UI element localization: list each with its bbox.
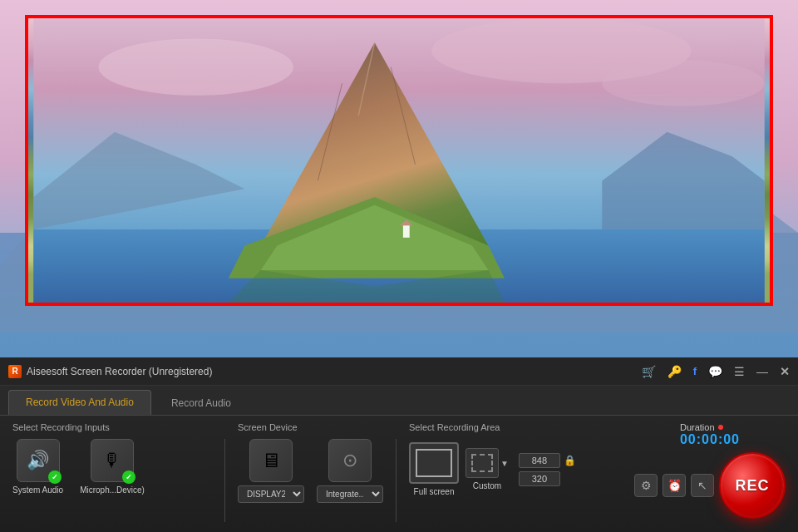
- lock-icon[interactable]: 🔒: [564, 455, 576, 466]
- system-audio-device: 🔊 ✓ System Audio: [12, 439, 63, 495]
- duration-label: Duration: [680, 422, 715, 432]
- title-bar-right: 🛒 🔑 f 💬 ☰ — ✕: [642, 365, 790, 378]
- tab-record-video-audio[interactable]: Record Video And Audio: [8, 390, 151, 415]
- microphone-check: ✓: [122, 470, 135, 484]
- rec-label: REC: [735, 477, 769, 495]
- chat-icon[interactable]: 💬: [708, 365, 722, 378]
- fullscreen-button[interactable]: [409, 442, 459, 484]
- custom-area-button[interactable]: [466, 448, 499, 478]
- screen-inputs-row: 🖥 DISPLAY2 DISPLAY1 ⊙ Integrate... Exter…: [238, 439, 383, 503]
- toolbar-icons-bottom: ⚙ ⏰ ↖: [634, 474, 714, 497]
- duration-label-row: Duration: [680, 422, 723, 432]
- duration-dot: [718, 425, 723, 430]
- divider-1: [224, 439, 225, 522]
- facebook-icon[interactable]: f: [693, 365, 697, 377]
- rec-button[interactable]: REC: [719, 452, 786, 519]
- camera-lens-icon: ⊙: [342, 450, 357, 471]
- recording-inputs-label: Select Recording Inputs: [12, 422, 110, 432]
- system-audio-button[interactable]: 🔊 ✓: [17, 439, 60, 482]
- width-row: 🔒: [519, 453, 576, 468]
- integrated-dropdown[interactable]: Integrate... External: [317, 485, 383, 503]
- bottom-icons-rec: ⚙ ⏰ ↖ REC: [634, 452, 786, 519]
- height-row: [519, 471, 576, 486]
- title-bar-left: R Aiseesoft Screen Recorder (Unregistere…: [8, 365, 212, 378]
- microphone-button[interactable]: 🎙 ✓: [91, 439, 134, 482]
- key-icon[interactable]: 🔑: [667, 365, 682, 378]
- tabs-bar: Record Video And Audio Record Audio: [0, 386, 798, 416]
- svg-rect-20: [403, 225, 410, 238]
- minimize-button[interactable]: —: [756, 365, 768, 378]
- preview-svg: [28, 18, 770, 303]
- microphone-device: 🎙 ✓ Microph...Device): [80, 439, 145, 495]
- cart-icon[interactable]: 🛒: [642, 365, 656, 378]
- speaker-icon: 🔊: [27, 450, 49, 471]
- display-dropdown[interactable]: DISPLAY2 DISPLAY1: [238, 485, 304, 503]
- section-recording-area: Select Recording Area Full screen ▼: [409, 422, 592, 496]
- preview-area: [25, 15, 773, 306]
- custom-area-icon: [471, 454, 493, 472]
- duration-area: Duration 00:00:00: [680, 422, 740, 447]
- camera-device: ⊙ Integrate... External: [317, 439, 383, 503]
- camera-button[interactable]: ⊙: [328, 439, 372, 482]
- screen-device-label: Screen Device: [238, 422, 298, 432]
- controls-area: Select Recording Inputs 🔊 ✓ System Audio…: [0, 416, 798, 532]
- microphone-label: Microph...Device): [80, 485, 145, 495]
- custom-option: ▼ Custom: [466, 448, 509, 490]
- monitor-icon: 🖥: [261, 449, 281, 472]
- monitor-button[interactable]: 🖥: [249, 439, 293, 482]
- fullscreen-label: Full screen: [414, 487, 455, 496]
- svg-point-8: [98, 38, 293, 95]
- duration-time: 00:00:00: [680, 432, 740, 447]
- tab-record-audio[interactable]: Record Audio: [155, 392, 248, 415]
- recording-area-label: Select Recording Area: [409, 422, 500, 432]
- size-inputs: 🔒: [519, 453, 576, 486]
- monitor-device: 🖥 DISPLAY2 DISPLAY1: [238, 439, 304, 503]
- settings-button[interactable]: ⚙: [634, 474, 658, 497]
- cursor-button[interactable]: ↖: [691, 474, 714, 497]
- close-button[interactable]: ✕: [780, 365, 790, 378]
- menu-icon[interactable]: ☰: [734, 365, 745, 378]
- custom-button-row: ▼: [466, 448, 509, 478]
- custom-label: Custom: [473, 481, 501, 490]
- system-audio-label: System Audio: [12, 485, 63, 495]
- control-bar: R Aiseesoft Screen Recorder (Unregistere…: [0, 357, 798, 532]
- title-bar: R Aiseesoft Screen Recorder (Unregistere…: [0, 357, 798, 386]
- divider-2: [396, 439, 397, 522]
- app-icon-letter: R: [12, 367, 17, 376]
- section-right: Duration 00:00:00 ⚙ ⏰ ↖ REC: [634, 422, 786, 519]
- fullscreen-option: Full screen: [409, 442, 459, 496]
- section-recording-inputs: Select Recording Inputs 🔊 ✓ System Audio…: [12, 422, 212, 495]
- width-input[interactable]: [519, 453, 560, 468]
- inputs-row: 🔊 ✓ System Audio 🎙 ✓ Microph...Device): [12, 439, 145, 495]
- fullscreen-icon: [416, 449, 452, 477]
- section-screen-device: Screen Device 🖥 DISPLAY2 DISPLAY1 ⊙: [238, 422, 383, 503]
- timer-button[interactable]: ⏰: [663, 474, 686, 497]
- area-buttons-row: Full screen ▼ Custom 🔒: [409, 442, 576, 496]
- svg-point-10: [602, 61, 764, 106]
- system-audio-check: ✓: [48, 470, 62, 484]
- app-title: Aiseesoft Screen Recorder (Unregistered): [27, 366, 212, 377]
- microphone-icon: 🎙: [103, 450, 121, 471]
- custom-chevron[interactable]: ▼: [500, 459, 509, 468]
- app-icon: R: [8, 365, 22, 378]
- height-input[interactable]: [519, 471, 560, 486]
